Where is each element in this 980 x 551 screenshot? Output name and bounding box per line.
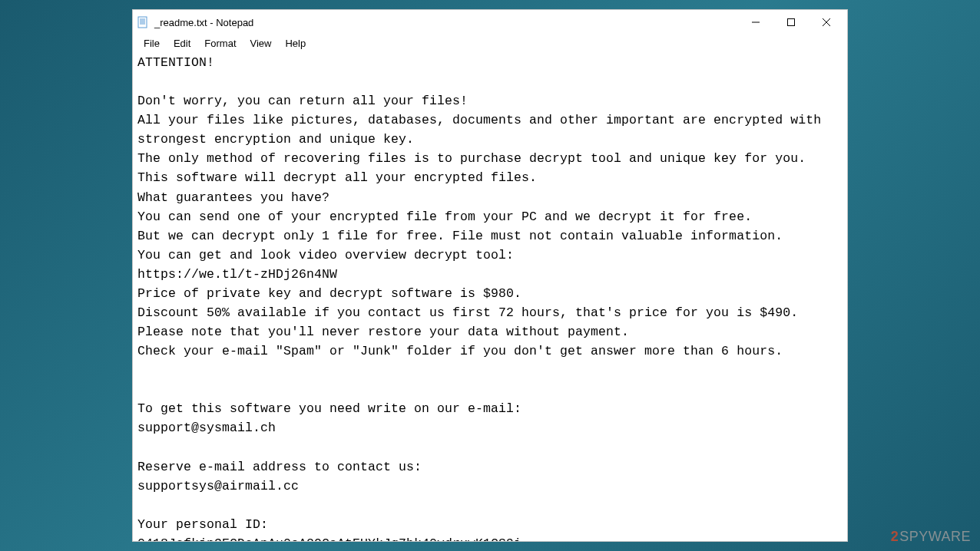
svg-rect-6 [788, 19, 795, 26]
close-button[interactable] [809, 11, 844, 34]
maximize-icon [787, 18, 795, 26]
watermark-text: SPYWARE [899, 529, 971, 545]
maximize-button[interactable] [773, 11, 809, 34]
watermark-prefix: 2 [891, 529, 899, 545]
menubar: File Edit Format View Help [133, 35, 847, 51]
titlebar[interactable]: _readme.txt - Notepad [133, 10, 847, 35]
window-title: _readme.txt - Notepad [154, 17, 738, 28]
notepad-window: _readme.txt - Notepad File Edit Format V… [132, 9, 848, 542]
minimize-button[interactable] [738, 11, 773, 34]
menu-edit[interactable]: Edit [167, 36, 197, 51]
menu-file[interactable]: File [137, 36, 166, 51]
minimize-icon [752, 18, 760, 26]
menu-format[interactable]: Format [198, 36, 242, 51]
menu-view[interactable]: View [244, 36, 278, 51]
text-content[interactable]: ATTENTION! Don't worry, you can return a… [133, 51, 847, 541]
menu-help[interactable]: Help [279, 36, 312, 51]
watermark: 2SPYWARE [891, 529, 971, 545]
window-controls [738, 11, 844, 34]
notepad-icon [136, 15, 150, 29]
close-icon [823, 18, 830, 26]
